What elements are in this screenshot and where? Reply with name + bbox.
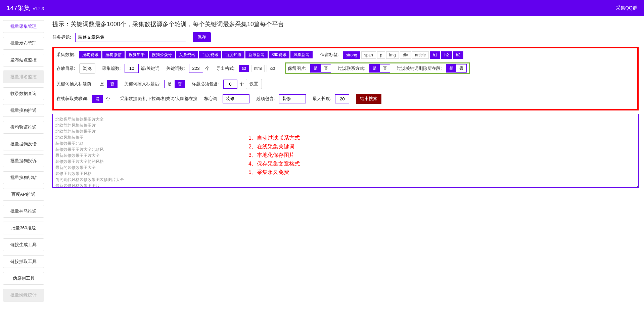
keep-img-toggle[interactable]: 是否 <box>310 64 331 73</box>
task-title-input[interactable] <box>75 33 186 42</box>
qq-group-link[interactable]: 采集QQ群 <box>616 5 637 11</box>
source-tag-3[interactable]: 搜狗公众号 <box>149 51 175 58</box>
sidebar-item-16: 批量蜘蛛统计 <box>3 289 44 302</box>
keeptag-h1[interactable]: h1 <box>430 51 440 59</box>
task-label: 任务标题: <box>52 34 71 40</box>
maxlen-label: 最大长度: <box>313 96 331 102</box>
keep-img-label: 保留图片: <box>288 65 307 72</box>
insert-before-label: 关键词插入标题前: <box>56 81 93 87</box>
keeptag-div[interactable]: div <box>400 51 411 59</box>
online-get-label: 在线获取关联词: <box>56 96 88 102</box>
keeptag-span[interactable]: span <box>361 51 376 59</box>
filter-kw-toggle[interactable]: 是否 <box>446 64 467 73</box>
sidebar-item-6[interactable]: 搜狗验证推送 <box>3 121 44 134</box>
keeptag-h3[interactable]: h3 <box>453 51 463 59</box>
online-get-toggle[interactable]: 是否 <box>92 95 113 103</box>
export-label: 导出格式: <box>216 65 235 72</box>
app-version: v1.2.3 <box>33 6 44 11</box>
keep-tags-label: 保留标签: <box>320 52 339 58</box>
core-input[interactable] <box>223 94 249 103</box>
must-include-input[interactable] <box>279 94 306 103</box>
header-left: 147采集 v1.2.3 <box>7 4 44 12</box>
count-label: 采集篇数: <box>102 65 121 72</box>
sidebar-item-11[interactable]: 批量神马推送 <box>3 205 44 218</box>
sidebar-item-15[interactable]: 伪原创工具 <box>3 272 44 285</box>
sidebar-item-4[interactable]: 收录数据查询 <box>3 87 44 100</box>
app-header: 147采集 v1.2.3 采集QQ群 <box>0 0 644 16</box>
source-tag-8[interactable]: 360资讯 <box>269 51 289 58</box>
kw-unit: 个 <box>205 65 210 72</box>
must-include-label: 必须包含: <box>256 96 275 102</box>
keeptag-strong[interactable]: strong <box>343 51 360 59</box>
sidebar-item-14[interactable]: 链接抓取工具 <box>3 255 44 268</box>
browse-button[interactable]: 浏览 <box>79 63 95 74</box>
source-tag-7[interactable]: 新浪新闻 <box>245 51 268 58</box>
sidebar-item-7[interactable]: 批量搜狗反馈 <box>3 138 44 150</box>
count-unit: 篇/关键词 <box>141 65 159 72</box>
filter-kw-label: 过滤关键词删除所在段: <box>397 65 442 72</box>
config-panel: 采集数据: 搜狗资讯搜狗微信搜狗知乎搜狗公众号头条资讯百度资讯百度知道新浪新闻3… <box>52 47 639 110</box>
dir-label: 存放目录: <box>56 65 75 72</box>
source-tag-5[interactable]: 百度资讯 <box>199 51 221 58</box>
filter-contact-toggle[interactable]: 是否 <box>369 64 390 73</box>
online-note: 采集数据 随机下拉词/相关词/大家都在搜 <box>120 96 198 102</box>
core-label: 核心词: <box>204 96 219 102</box>
keeptag-h2[interactable]: h2 <box>441 51 452 59</box>
source-tag-9[interactable]: 凤凰新闻 <box>290 51 313 58</box>
task-row: 任务标题: 保存 <box>52 32 639 42</box>
must-contain-input[interactable] <box>223 80 237 89</box>
source-tag-2[interactable]: 搜狗知乎 <box>126 51 148 58</box>
maxlen-input[interactable] <box>335 94 349 103</box>
sidebar-item-3: 批量排名监控 <box>3 71 44 83</box>
source-tag-1[interactable]: 搜狗微信 <box>102 51 125 58</box>
must-unit: 个 <box>239 81 244 87</box>
export-html[interactable]: html <box>251 65 265 72</box>
insert-after-label: 关键词插入标题后: <box>124 81 160 87</box>
green-options: 保留图片: 是否 过滤联系方式: 是否 过滤关键词删除所在段: 是否 <box>285 62 470 74</box>
set-button[interactable]: 设置 <box>246 79 262 89</box>
export-xxf[interactable]: xxf <box>267 65 278 72</box>
sources-label: 采集数据: <box>56 52 75 58</box>
keeptag-article[interactable]: article <box>412 51 429 59</box>
sidebar-item-1[interactable]: 批量发布管理 <box>3 37 44 50</box>
sidebar-item-10[interactable]: 百度API推送 <box>3 188 44 201</box>
sidebar-item-12[interactable]: 批量360推送 <box>3 222 44 234</box>
keywords-textarea[interactable] <box>52 114 639 188</box>
source-tag-4[interactable]: 头条资讯 <box>176 51 198 58</box>
sidebar-item-8[interactable]: 批量搜狗投诉 <box>3 154 44 167</box>
insert-after-toggle[interactable]: 是否 <box>164 80 185 88</box>
sidebar-item-9[interactable]: 批量搜狗绑站 <box>3 171 44 184</box>
sidebar-item-13[interactable]: 链接生成工具 <box>3 238 44 251</box>
keeptag-p[interactable]: p <box>377 51 385 59</box>
keeptag-img[interactable]: img <box>386 51 399 59</box>
app-title: 147采集 <box>7 4 30 11</box>
insert-before-toggle[interactable]: 是否 <box>97 80 118 88</box>
kwcount-input[interactable] <box>189 64 203 73</box>
must-contain-label: 标题必须包含: <box>192 81 219 87</box>
sidebar: 批量采集管理批量发布管理发布站点监控批量排名监控收录数据查询批量搜狗推送搜狗验证… <box>0 16 47 321</box>
filter-contact-label: 过滤联系方式: <box>338 65 365 72</box>
source-tag-6[interactable]: 百度知道 <box>222 51 244 58</box>
main-content: 提示：关键词数最多1000个，采集数据源多个轮训，每个关键词最多采集10篇每个平… <box>47 16 644 321</box>
save-button[interactable]: 保存 <box>193 32 211 42</box>
sidebar-item-2[interactable]: 发布站点监控 <box>3 54 44 66</box>
export-txt[interactable]: txt <box>239 65 249 72</box>
source-tag-0[interactable]: 搜狗资讯 <box>79 51 101 58</box>
sidebar-item-5[interactable]: 批量搜狗推送 <box>3 104 44 117</box>
hint-text: 提示：关键词数最多1000个，采集数据源多个轮训，每个关键词最多采集10篇每个平… <box>52 20 639 28</box>
kwcount-label: 关键词数: <box>166 65 185 72</box>
count-input[interactable] <box>125 64 139 73</box>
sidebar-item-0[interactable]: 批量采集管理 <box>3 20 44 33</box>
end-search-button[interactable]: 结束搜索 <box>356 94 381 104</box>
